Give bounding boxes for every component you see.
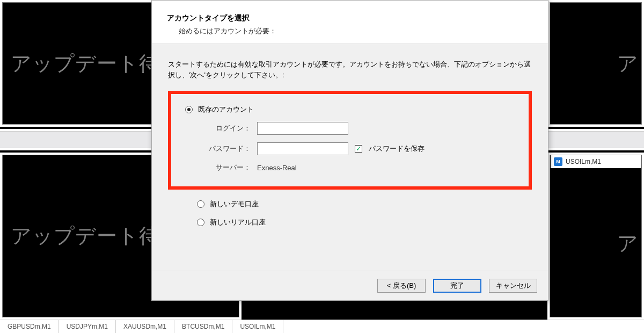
save-password-label: パスワードを保存	[369, 144, 425, 154]
radio-dot-icon	[197, 219, 204, 226]
chart-tab[interactable]: XAUUSDm,M1	[116, 320, 174, 333]
dialog-header: アカウントタイプを選択 始めるにはアカウントが必要：	[152, 1, 548, 44]
password-row: パスワード： ✓ パスワードを保存	[208, 142, 517, 155]
chart-panel[interactable]: ア	[547, 0, 644, 127]
server-label: サーバー：	[208, 163, 251, 172]
radio-dot-icon	[185, 106, 193, 113]
radio-label: 既存のアカウント	[198, 105, 254, 114]
chart-panel-title: M USOILm,M1	[551, 155, 641, 168]
save-password-checkbox[interactable]: ✓	[355, 145, 362, 153]
server-row: サーバー： Exness-Real	[208, 163, 517, 172]
login-row: ログイン：	[208, 122, 517, 135]
login-input[interactable]	[257, 122, 348, 135]
existing-account-highlight: 既存のアカウント ログイン： パスワード： ✓ パスワードを保存 サーバー： E…	[168, 91, 532, 190]
finish-button[interactable]: 完了	[433, 279, 481, 293]
password-label: パスワード：	[208, 144, 251, 154]
account-type-dialog: アカウントタイプを選択 始めるにはアカウントが必要： スタートするためには有効な…	[151, 0, 548, 301]
chart-tab[interactable]: USDJPYm,M1	[59, 320, 116, 333]
dialog-body: スタートするためには有効な取引アカウントが必要です。アカウントをお持ちでない場合…	[152, 44, 548, 271]
radio-new-real[interactable]: 新しいリアル口座	[197, 218, 532, 227]
server-value: Exness-Real	[257, 164, 297, 172]
dialog-subtitle: 始めるにはアカウントが必要：	[179, 26, 533, 36]
chart-panel-title-text: USOILm,M1	[566, 158, 601, 165]
chart-tab[interactable]: USOILm,M1	[232, 320, 283, 333]
chart-status-text: ア	[558, 0, 639, 127]
chart-tab-strip: GBPUSDm,M1 USDJPYm,M1 XAUUSDm,M1 BTCUSDm…	[0, 320, 644, 333]
radio-label: 新しいリアル口座	[210, 218, 266, 227]
cancel-button[interactable]: キャンセル	[489, 279, 537, 293]
radio-new-demo[interactable]: 新しいデモ口座	[197, 199, 532, 209]
radio-existing-account[interactable]: 既存のアカウント	[185, 105, 517, 114]
dialog-intro-text: スタートするためには有効な取引アカウントが必要です。アカウントをお持ちでない場合…	[168, 59, 532, 80]
radio-dot-icon	[197, 200, 204, 208]
chart-panel[interactable]: M USOILm,M1 ア	[547, 153, 644, 320]
chart-tab[interactable]: GBPUSDm,M1	[0, 320, 59, 333]
chart-tab[interactable]: BTCUSDm,M1	[174, 320, 232, 333]
login-label: ログイン：	[208, 124, 251, 133]
dialog-footer: < 戻る(B) 完了 キャンセル	[152, 271, 548, 300]
chart-status-text: ア	[558, 168, 639, 320]
dialog-title: アカウントタイプを選択	[167, 13, 533, 23]
password-input[interactable]	[257, 142, 348, 155]
mt-icon: M	[554, 157, 562, 166]
back-button[interactable]: < 戻る(B)	[377, 279, 426, 293]
radio-label: 新しいデモ口座	[210, 199, 259, 209]
